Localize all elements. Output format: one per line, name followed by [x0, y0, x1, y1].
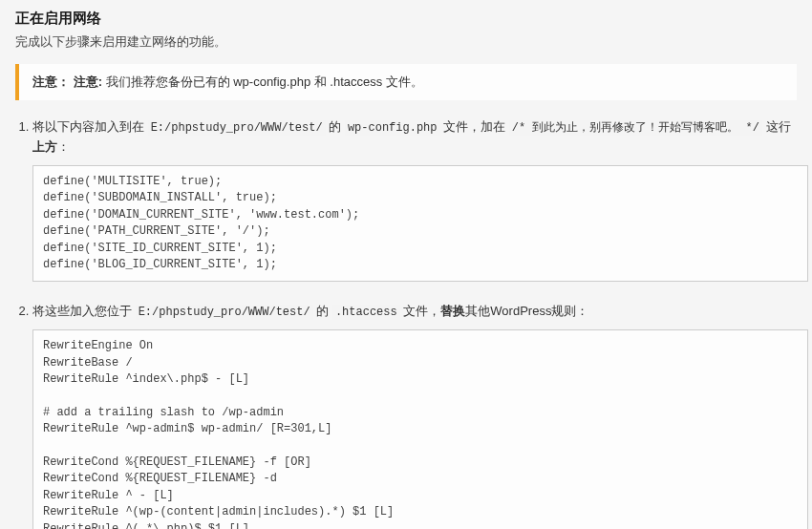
step2-mid2: 文件，: [400, 304, 441, 318]
step1-suffix2: ：: [57, 139, 70, 154]
step1-comment: /* 到此为止，别再修改了！开始写博客吧。 */: [509, 120, 762, 136]
step2-file: .htaccess: [332, 305, 400, 320]
step2-path: E:/phpstudy_pro/WWW/test/: [136, 305, 313, 320]
step1-suffix-bold: 上方: [32, 139, 57, 154]
step1-mid1: 的: [326, 119, 345, 134]
page-title: 正在启用网络: [0, 0, 812, 33]
notice-text: 我们推荐您备份已有的 wp-config.php 和 .htaccess 文件。: [106, 74, 423, 89]
step1-path: E:/phpstudy_pro/WWW/test/: [148, 120, 326, 136]
steps-list: 将以下内容加入到在 E:/phpstudy_pro/WWW/test/ 的 wp…: [15, 117, 797, 529]
step1-prefix: 将以下内容加入到在: [32, 119, 148, 134]
step2-mid1: 的: [313, 304, 332, 318]
page-subtitle: 完成以下步骤来启用建立网络的功能。: [0, 33, 812, 64]
step2-suffix: 其他WordPress规则：: [465, 304, 588, 318]
notice-label-2: 注意:: [74, 74, 102, 89]
step1-suffix1: 这行: [762, 119, 791, 134]
step2-bold: 替换: [440, 304, 465, 318]
notice-label-1: 注意：: [32, 74, 70, 89]
notice-box: 注意： 注意: 我们推荐您备份已有的 wp-config.php 和 .htac…: [15, 64, 797, 100]
step2-prefix: 将这些加入您位于: [32, 304, 136, 318]
htaccess-code[interactable]: [32, 329, 808, 529]
step1-mid2: 文件，加在: [440, 119, 509, 134]
page-container: 正在启用网络 完成以下步骤来启用建立网络的功能。 注意： 注意: 我们推荐您备份…: [0, 0, 812, 529]
wp-config-code[interactable]: [32, 165, 808, 282]
step1-file: wp-config.php: [345, 120, 440, 136]
step-2: 将这些加入您位于 E:/phpstudy_pro/WWW/test/ 的 .ht…: [32, 302, 797, 529]
step-1: 将以下内容加入到在 E:/phpstudy_pro/WWW/test/ 的 wp…: [32, 117, 797, 288]
